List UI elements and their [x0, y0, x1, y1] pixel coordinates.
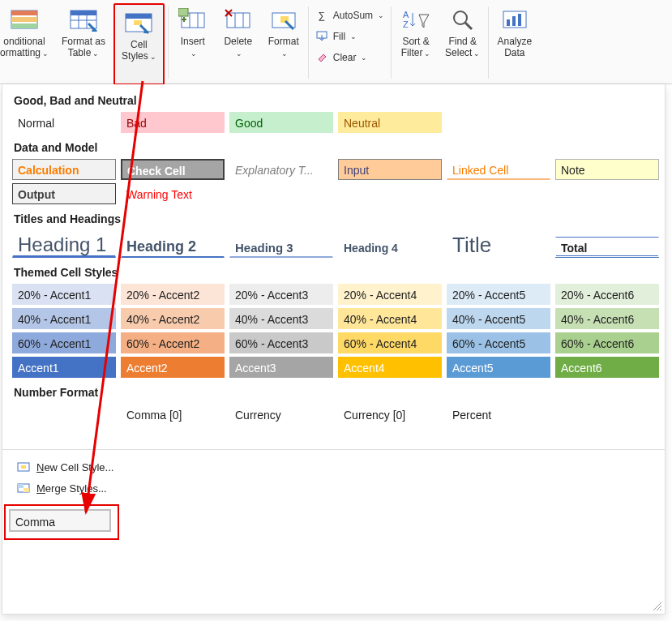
style-40-accent4[interactable]: 40% - Accent4 [338, 308, 442, 329]
style-40-accent6[interactable]: 40% - Accent6 [555, 308, 659, 329]
style-accent6[interactable]: Accent6 [555, 357, 659, 378]
sort-filter-button[interactable]: AZ Sort & Filter⌄ [393, 2, 439, 84]
insert-button[interactable]: Insert⌄ [170, 2, 216, 84]
style-input[interactable]: Input [338, 159, 442, 180]
ribbon-separator [488, 6, 489, 79]
chevron-down-icon: ⌄ [190, 49, 197, 58]
style-20-accent5[interactable]: 20% - Accent5 [447, 284, 550, 305]
delete-label: Delete⌄ [224, 36, 252, 59]
chevron-down-icon: ⌄ [281, 49, 288, 58]
style-accent5[interactable]: Accent5 [447, 357, 550, 378]
style-explanatory[interactable]: Explanatory T... [229, 159, 333, 180]
fill-label: Fill [333, 31, 345, 42]
autosum-button[interactable]: ∑ AutoSum ⌄ [315, 6, 384, 24]
delete-button[interactable]: Delete⌄ [216, 2, 261, 84]
style-60-accent5[interactable]: 60% - Accent5 [447, 332, 550, 353]
section-themed: Themed Cell Styles [11, 261, 657, 284]
style-comma[interactable]: Comma [9, 509, 111, 532]
style-60-accent6[interactable]: 60% - Accent6 [555, 332, 659, 353]
analyze-data-icon [499, 5, 531, 34]
style-total[interactable]: Total [555, 237, 659, 258]
style-neutral[interactable]: Neutral [338, 112, 442, 133]
style-20-accent3[interactable]: 20% - Accent3 [229, 284, 333, 305]
style-title[interactable]: Title [447, 230, 550, 258]
ribbon-separator [308, 6, 309, 79]
style-percent[interactable]: Percent [447, 404, 550, 425]
style-accent3[interactable]: Accent3 [229, 357, 333, 378]
cell-styles-gallery: Good, Bad and Neutral Normal Bad Good Ne… [2, 84, 666, 615]
style-heading-4[interactable]: Heading 4 [338, 237, 442, 258]
find-select-button[interactable]: Find & Select⌄ [439, 2, 486, 84]
style-normal[interactable]: Normal [12, 112, 116, 133]
format-button[interactable]: Format⌄ [261, 2, 306, 84]
style-note[interactable]: Note [555, 159, 659, 180]
chevron-down-icon: ⌄ [473, 49, 480, 58]
style-heading-2[interactable]: Heading 2 [121, 233, 225, 258]
new-cell-style-button[interactable]: New Cell Style... [17, 456, 653, 478]
chevron-down-icon: ⌄ [150, 53, 156, 62]
style-good[interactable]: Good [229, 112, 333, 133]
analyze-data-label: Analyze Data [497, 36, 532, 59]
insert-cells-icon [177, 5, 209, 34]
style-60-accent3[interactable]: 60% - Accent3 [229, 332, 333, 353]
chevron-down-icon: ⌄ [424, 49, 430, 58]
style-warning-text[interactable]: Warning Text [121, 183, 225, 204]
svg-rect-1 [11, 11, 37, 15]
style-20-accent6[interactable]: 20% - Accent6 [555, 284, 659, 305]
style-heading-1[interactable]: Heading 1 [12, 232, 116, 258]
style-40-accent5[interactable]: 40% - Accent5 [447, 308, 550, 329]
annotation-highlight-comma: Comma [4, 504, 119, 540]
style-linked-cell[interactable]: Linked Cell [447, 159, 550, 180]
analyze-data-button[interactable]: Analyze Data [490, 2, 538, 84]
svg-line-25 [465, 23, 472, 29]
style-60-accent1[interactable]: 60% - Accent1 [12, 332, 116, 353]
style-20-accent4[interactable]: 20% - Accent4 [338, 284, 442, 305]
chevron-down-icon: ⌄ [378, 11, 384, 19]
style-comma-0[interactable]: Comma [0] [121, 404, 225, 425]
conditional-formatting-icon [8, 5, 41, 34]
svg-rect-2 [11, 17, 37, 22]
style-60-accent2[interactable]: 60% - Accent2 [121, 332, 225, 353]
ribbon: onditional ormatting⌄ Format as Table⌄ C… [0, 0, 672, 84]
cell-styles-label: Cell Styles⌄ [122, 39, 156, 62]
style-20-accent1[interactable]: 20% - Accent1 [12, 284, 116, 305]
style-heading-3[interactable]: Heading 3 [229, 237, 333, 258]
fill-button[interactable]: Fill ⌄ [315, 28, 384, 45]
svg-rect-5 [71, 11, 96, 15]
merge-styles-button[interactable]: Merge Styles... [17, 478, 653, 499]
style-accent4[interactable]: Accent4 [338, 357, 442, 378]
ribbon-separator [391, 6, 392, 79]
resize-grip-icon[interactable] [650, 599, 663, 612]
section-titles-headings: Titles and Headings [11, 208, 657, 230]
format-label: Format⌄ [268, 36, 299, 59]
section-good-bad-neutral: Good, Bad and Neutral [11, 89, 657, 112]
style-check-cell[interactable]: Check Cell [121, 159, 225, 180]
style-60-accent4[interactable]: 60% - Accent4 [338, 332, 442, 353]
cell-styles-button[interactable]: Cell Styles⌄ [113, 3, 165, 85]
style-currency-0[interactable]: Currency [0] [338, 404, 442, 425]
format-as-table-button[interactable]: Format as Table⌄ [55, 2, 112, 84]
svg-rect-29 [518, 14, 521, 26]
style-40-accent1[interactable]: 40% - Accent1 [12, 308, 116, 329]
style-accent2[interactable]: Accent2 [121, 357, 225, 378]
style-currency[interactable]: Currency [229, 404, 333, 425]
svg-rect-31 [21, 465, 26, 469]
style-20-accent2[interactable]: 20% - Accent2 [121, 284, 225, 305]
style-output[interactable]: Output [12, 183, 116, 204]
svg-rect-28 [512, 16, 516, 26]
sort-filter-label: Sort & Filter⌄ [401, 36, 431, 59]
style-calculation[interactable]: Calculation [12, 159, 116, 180]
ribbon-separator [168, 6, 169, 79]
svg-text:A: A [403, 10, 409, 19]
style-accent1[interactable]: Accent1 [12, 357, 116, 378]
chevron-down-icon: ⌄ [350, 32, 357, 41]
editing-mini-group: ∑ AutoSum ⌄ Fill ⌄ Clear ⌄ [310, 2, 389, 66]
style-bad[interactable]: Bad [121, 112, 225, 133]
style-40-accent2[interactable]: 40% - Accent2 [121, 308, 225, 329]
conditional-formatting-button[interactable]: onditional ormatting⌄ [0, 2, 55, 84]
svg-rect-33 [18, 484, 24, 488]
style-40-accent3[interactable]: 40% - Accent3 [229, 308, 333, 329]
chevron-down-icon: ⌄ [42, 49, 49, 58]
section-data-model: Data and Model [11, 136, 657, 159]
clear-button[interactable]: Clear ⌄ [315, 49, 384, 66]
